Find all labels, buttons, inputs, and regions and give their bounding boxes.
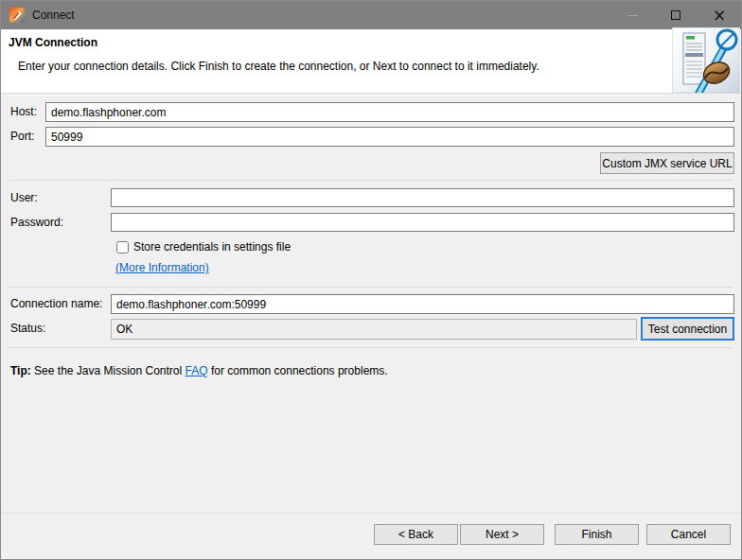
store-credentials-label: Store credentials in settings file xyxy=(133,238,291,255)
separator xyxy=(9,180,733,181)
close-icon: × xyxy=(713,8,726,24)
user-input[interactable] xyxy=(111,188,734,207)
server-icon xyxy=(683,33,705,84)
tip-before-link: See the Java Mission Control xyxy=(31,364,186,377)
separator xyxy=(9,287,733,288)
separator xyxy=(1,513,741,514)
maximize-button[interactable] xyxy=(654,1,698,29)
title-bar: Connect × xyxy=(1,1,741,29)
window-controls: × xyxy=(610,1,741,29)
minimize-icon xyxy=(627,15,638,16)
more-information-link[interactable]: (More Information) xyxy=(115,261,209,274)
next-button[interactable]: Next > xyxy=(460,524,544,545)
tip-text: Tip: See the Java Mission Control FAQ fo… xyxy=(10,364,388,377)
back-button[interactable]: < Back xyxy=(374,524,458,545)
user-label: User: xyxy=(10,188,38,207)
finish-button[interactable]: Finish xyxy=(555,524,639,545)
password-input[interactable] xyxy=(111,213,734,232)
window-title: Connect xyxy=(32,9,75,22)
status-label: Status: xyxy=(10,319,45,338)
status-value-field: OK xyxy=(111,319,637,340)
maximize-icon xyxy=(671,10,680,20)
port-input[interactable] xyxy=(45,127,734,147)
host-input[interactable] xyxy=(45,102,734,122)
page-title: JVM Connection xyxy=(9,36,97,49)
page-description: Enter your connection details. Click Fin… xyxy=(18,60,539,73)
connection-name-label: Connection name: xyxy=(10,294,102,313)
connect-dialog: Connect × JVM Connection Enter your conn… xyxy=(0,0,742,560)
store-credentials-checkbox[interactable] xyxy=(116,241,129,254)
tip-prefix: Tip: xyxy=(10,364,31,377)
port-label: Port: xyxy=(10,127,34,146)
tip-after-link: for common connections problems. xyxy=(208,364,388,377)
wizard-banner-graphic xyxy=(672,27,740,93)
minimize-button[interactable] xyxy=(610,1,654,29)
test-connection-button[interactable]: Test connection xyxy=(641,317,734,341)
separator xyxy=(9,347,733,348)
faq-link[interactable]: FAQ xyxy=(186,364,208,377)
custom-jmx-service-url-button[interactable]: Custom JMX service URL xyxy=(600,152,734,174)
password-label: Password: xyxy=(10,213,63,232)
app-icon xyxy=(9,8,25,23)
connection-name-input[interactable] xyxy=(111,294,734,314)
host-label: Host: xyxy=(10,102,37,121)
cancel-button[interactable]: Cancel xyxy=(646,524,731,545)
wizard-header: JVM Connection Enter your connection det… xyxy=(1,29,741,94)
close-button[interactable]: × xyxy=(698,1,741,29)
